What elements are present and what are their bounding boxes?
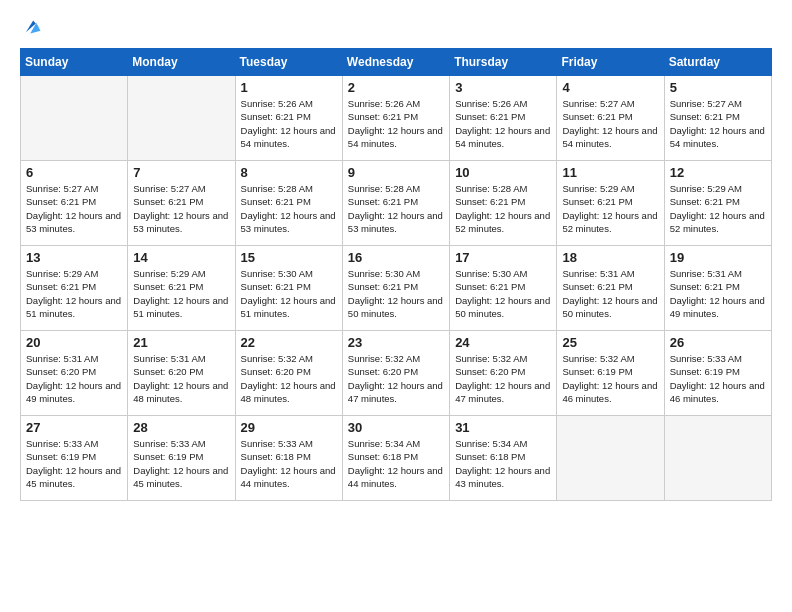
calendar-cell: 22Sunrise: 5:32 AMSunset: 6:20 PMDayligh… [235,331,342,416]
calendar-cell: 14Sunrise: 5:29 AMSunset: 6:21 PMDayligh… [128,246,235,331]
day-number: 22 [241,335,337,350]
day-number: 23 [348,335,444,350]
calendar-cell: 24Sunrise: 5:32 AMSunset: 6:20 PMDayligh… [450,331,557,416]
calendar-week-row: 6Sunrise: 5:27 AMSunset: 6:21 PMDaylight… [21,161,772,246]
day-info: Sunrise: 5:29 AMSunset: 6:21 PMDaylight:… [562,182,658,235]
day-info: Sunrise: 5:28 AMSunset: 6:21 PMDaylight:… [455,182,551,235]
day-info: Sunrise: 5:26 AMSunset: 6:21 PMDaylight:… [348,97,444,150]
day-info: Sunrise: 5:27 AMSunset: 6:21 PMDaylight:… [562,97,658,150]
day-number: 18 [562,250,658,265]
calendar-header-row: SundayMondayTuesdayWednesdayThursdayFrid… [21,49,772,76]
day-info: Sunrise: 5:33 AMSunset: 6:18 PMDaylight:… [241,437,337,490]
day-info: Sunrise: 5:33 AMSunset: 6:19 PMDaylight:… [26,437,122,490]
day-info: Sunrise: 5:29 AMSunset: 6:21 PMDaylight:… [133,267,229,320]
day-number: 9 [348,165,444,180]
calendar-cell: 16Sunrise: 5:30 AMSunset: 6:21 PMDayligh… [342,246,449,331]
calendar-cell: 19Sunrise: 5:31 AMSunset: 6:21 PMDayligh… [664,246,771,331]
day-number: 21 [133,335,229,350]
day-number: 26 [670,335,766,350]
day-number: 2 [348,80,444,95]
day-number: 10 [455,165,551,180]
calendar-cell [664,416,771,501]
day-number: 31 [455,420,551,435]
day-number: 19 [670,250,766,265]
calendar-cell: 26Sunrise: 5:33 AMSunset: 6:19 PMDayligh… [664,331,771,416]
day-number: 24 [455,335,551,350]
calendar-cell [557,416,664,501]
calendar-cell: 21Sunrise: 5:31 AMSunset: 6:20 PMDayligh… [128,331,235,416]
day-info: Sunrise: 5:28 AMSunset: 6:21 PMDaylight:… [241,182,337,235]
day-info: Sunrise: 5:34 AMSunset: 6:18 PMDaylight:… [348,437,444,490]
calendar-cell: 1Sunrise: 5:26 AMSunset: 6:21 PMDaylight… [235,76,342,161]
calendar-table: SundayMondayTuesdayWednesdayThursdayFrid… [20,48,772,501]
calendar-cell: 8Sunrise: 5:28 AMSunset: 6:21 PMDaylight… [235,161,342,246]
logo [20,16,46,38]
calendar-cell: 15Sunrise: 5:30 AMSunset: 6:21 PMDayligh… [235,246,342,331]
day-info: Sunrise: 5:31 AMSunset: 6:20 PMDaylight:… [133,352,229,405]
col-header-wednesday: Wednesday [342,49,449,76]
day-number: 25 [562,335,658,350]
calendar-cell: 12Sunrise: 5:29 AMSunset: 6:21 PMDayligh… [664,161,771,246]
col-header-sunday: Sunday [21,49,128,76]
day-info: Sunrise: 5:32 AMSunset: 6:20 PMDaylight:… [348,352,444,405]
calendar-week-row: 13Sunrise: 5:29 AMSunset: 6:21 PMDayligh… [21,246,772,331]
day-number: 3 [455,80,551,95]
day-info: Sunrise: 5:29 AMSunset: 6:21 PMDaylight:… [26,267,122,320]
day-info: Sunrise: 5:28 AMSunset: 6:21 PMDaylight:… [348,182,444,235]
day-info: Sunrise: 5:31 AMSunset: 6:21 PMDaylight:… [670,267,766,320]
day-info: Sunrise: 5:32 AMSunset: 6:20 PMDaylight:… [455,352,551,405]
col-header-monday: Monday [128,49,235,76]
calendar-cell: 17Sunrise: 5:30 AMSunset: 6:21 PMDayligh… [450,246,557,331]
day-number: 11 [562,165,658,180]
calendar-cell [128,76,235,161]
day-number: 29 [241,420,337,435]
calendar-cell: 23Sunrise: 5:32 AMSunset: 6:20 PMDayligh… [342,331,449,416]
day-info: Sunrise: 5:31 AMSunset: 6:20 PMDaylight:… [26,352,122,405]
day-number: 20 [26,335,122,350]
calendar-week-row: 27Sunrise: 5:33 AMSunset: 6:19 PMDayligh… [21,416,772,501]
day-info: Sunrise: 5:30 AMSunset: 6:21 PMDaylight:… [455,267,551,320]
col-header-tuesday: Tuesday [235,49,342,76]
day-info: Sunrise: 5:33 AMSunset: 6:19 PMDaylight:… [670,352,766,405]
day-info: Sunrise: 5:26 AMSunset: 6:21 PMDaylight:… [241,97,337,150]
calendar-cell: 6Sunrise: 5:27 AMSunset: 6:21 PMDaylight… [21,161,128,246]
col-header-thursday: Thursday [450,49,557,76]
day-info: Sunrise: 5:32 AMSunset: 6:20 PMDaylight:… [241,352,337,405]
day-number: 1 [241,80,337,95]
day-number: 17 [455,250,551,265]
day-number: 6 [26,165,122,180]
day-number: 8 [241,165,337,180]
calendar-cell: 10Sunrise: 5:28 AMSunset: 6:21 PMDayligh… [450,161,557,246]
page-header [20,16,772,38]
calendar-week-row: 1Sunrise: 5:26 AMSunset: 6:21 PMDaylight… [21,76,772,161]
calendar-cell: 9Sunrise: 5:28 AMSunset: 6:21 PMDaylight… [342,161,449,246]
day-info: Sunrise: 5:27 AMSunset: 6:21 PMDaylight:… [26,182,122,235]
day-info: Sunrise: 5:33 AMSunset: 6:19 PMDaylight:… [133,437,229,490]
calendar-cell: 7Sunrise: 5:27 AMSunset: 6:21 PMDaylight… [128,161,235,246]
col-header-saturday: Saturday [664,49,771,76]
calendar-cell: 13Sunrise: 5:29 AMSunset: 6:21 PMDayligh… [21,246,128,331]
calendar-cell: 27Sunrise: 5:33 AMSunset: 6:19 PMDayligh… [21,416,128,501]
day-info: Sunrise: 5:26 AMSunset: 6:21 PMDaylight:… [455,97,551,150]
day-info: Sunrise: 5:30 AMSunset: 6:21 PMDaylight:… [348,267,444,320]
calendar-cell: 30Sunrise: 5:34 AMSunset: 6:18 PMDayligh… [342,416,449,501]
day-info: Sunrise: 5:27 AMSunset: 6:21 PMDaylight:… [670,97,766,150]
day-number: 14 [133,250,229,265]
day-number: 12 [670,165,766,180]
day-number: 5 [670,80,766,95]
day-info: Sunrise: 5:30 AMSunset: 6:21 PMDaylight:… [241,267,337,320]
calendar-cell [21,76,128,161]
day-info: Sunrise: 5:34 AMSunset: 6:18 PMDaylight:… [455,437,551,490]
day-number: 30 [348,420,444,435]
calendar-cell: 2Sunrise: 5:26 AMSunset: 6:21 PMDaylight… [342,76,449,161]
calendar-cell: 28Sunrise: 5:33 AMSunset: 6:19 PMDayligh… [128,416,235,501]
day-number: 15 [241,250,337,265]
day-number: 7 [133,165,229,180]
day-number: 13 [26,250,122,265]
day-number: 28 [133,420,229,435]
calendar-cell: 25Sunrise: 5:32 AMSunset: 6:19 PMDayligh… [557,331,664,416]
day-number: 4 [562,80,658,95]
day-info: Sunrise: 5:32 AMSunset: 6:19 PMDaylight:… [562,352,658,405]
day-info: Sunrise: 5:27 AMSunset: 6:21 PMDaylight:… [133,182,229,235]
calendar-cell: 5Sunrise: 5:27 AMSunset: 6:21 PMDaylight… [664,76,771,161]
